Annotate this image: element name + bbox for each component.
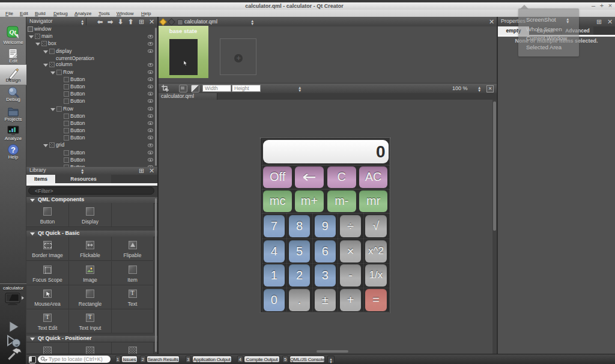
svg-text:?: ? xyxy=(11,145,16,154)
